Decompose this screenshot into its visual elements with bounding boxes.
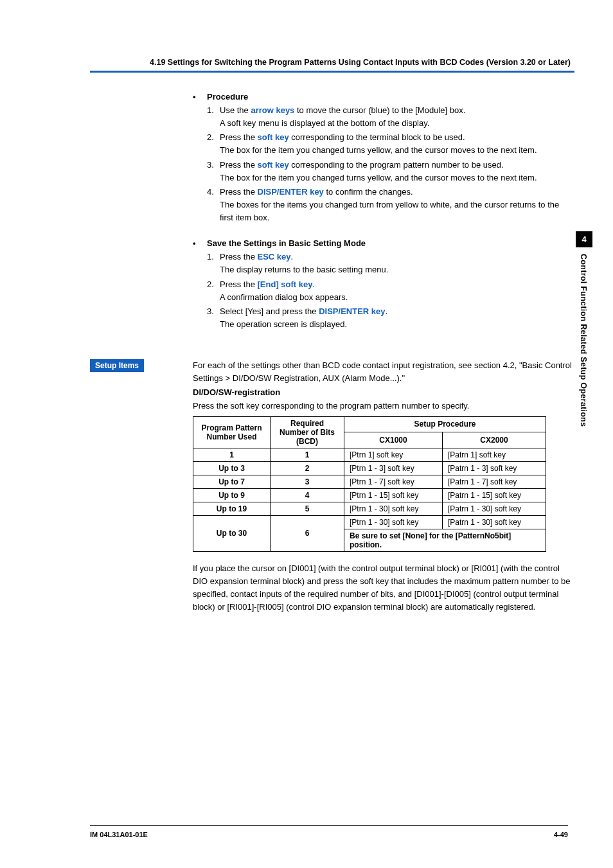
header-rule bbox=[90, 71, 574, 73]
th-pattern: Program Pattern Number Used bbox=[193, 416, 271, 448]
table-row: Up to 30 6 [Ptrn 1 - 30] soft key [Patrn… bbox=[193, 515, 546, 529]
th-cx1000: CX1000 bbox=[344, 432, 443, 448]
footer-doc-id: IM 04L31A01-01E bbox=[90, 831, 148, 838]
footer-rule bbox=[90, 825, 568, 826]
setup-outro: If you place the cursor on [DI001] (with… bbox=[193, 562, 574, 614]
chapter-title: Control Function Related Setup Operation… bbox=[579, 247, 588, 427]
step-body: Press the [End] soft key.A confirmation … bbox=[220, 278, 574, 304]
step-body: Press the ESC key.The display returns to… bbox=[220, 251, 574, 276]
table-row: 11[Ptrn 1] soft key[Patrn 1] soft key bbox=[193, 448, 546, 461]
th-bits: Required Number of Bits (BCD) bbox=[271, 416, 344, 448]
setup-subline: Press the soft key corresponding to the … bbox=[193, 400, 574, 412]
table-row: Up to 73[Ptrn 1 - 7] soft key[Patrn 1 - … bbox=[193, 475, 546, 488]
step-body: Press the DISP/ENTER key to confirm the … bbox=[220, 186, 574, 224]
setup-subheading: DI/DO/SW-registration bbox=[193, 386, 574, 399]
bcd-table: Program Pattern Number Used Required Num… bbox=[193, 416, 546, 552]
chapter-number: 4 bbox=[576, 231, 592, 247]
step-num: 2. bbox=[207, 278, 220, 304]
step-num: 3. bbox=[207, 305, 220, 331]
setup-intro: For each of the settings other than BCD … bbox=[193, 359, 574, 385]
th-cx2000: CX2000 bbox=[442, 432, 546, 448]
setup-items-tag: Setup Items bbox=[90, 359, 144, 372]
step-body: Use the arrow keys to move the cursor (b… bbox=[220, 104, 574, 130]
chapter-tab: 4 Control Function Related Setup Operati… bbox=[576, 231, 592, 427]
bullet-marker: • bbox=[193, 238, 207, 248]
step-body: Press the soft key corresponding to the … bbox=[220, 131, 574, 157]
step-num: 1. bbox=[207, 104, 220, 130]
table-row: Up to 94[Ptrn 1 - 15] soft key[Patrn 1 -… bbox=[193, 488, 546, 502]
footer-page-num: 4-49 bbox=[554, 831, 568, 838]
step-num: 4. bbox=[207, 186, 220, 224]
step-body: Select [Yes] and press the DISP/ENTER ke… bbox=[220, 305, 574, 331]
page-header-title: 4.19 Settings for Switching the Program … bbox=[90, 58, 574, 67]
th-proc: Setup Procedure bbox=[344, 416, 546, 432]
step-body: Press the soft key corresponding to the … bbox=[220, 159, 574, 184]
save-heading: Save the Settings in Basic Setting Mode bbox=[207, 238, 366, 248]
table-row: Up to 32[Ptrn 1 - 3] soft key[Patrn 1 - … bbox=[193, 461, 546, 475]
procedure-heading: Procedure bbox=[207, 92, 248, 102]
table-row: Up to 195[Ptrn 1 - 30] soft key[Patrn 1 … bbox=[193, 502, 546, 515]
bullet-marker: • bbox=[193, 92, 207, 102]
step-num: 2. bbox=[207, 131, 220, 157]
step-num: 3. bbox=[207, 159, 220, 184]
step-num: 1. bbox=[207, 251, 220, 276]
